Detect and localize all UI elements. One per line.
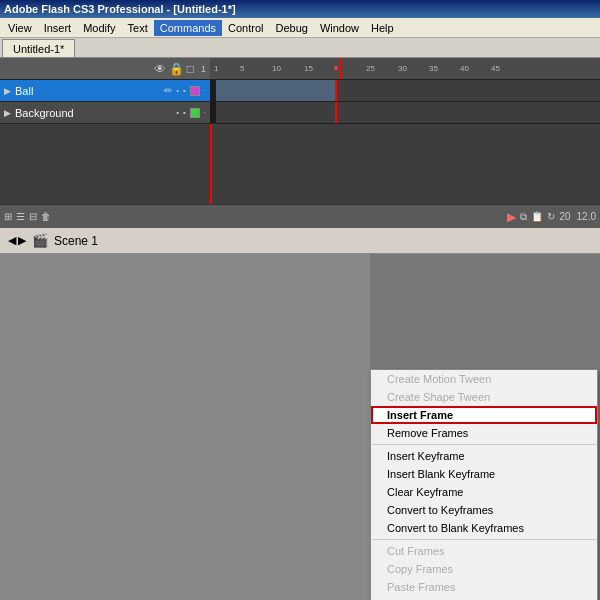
- toolbar-paste-icon: 📋: [531, 211, 543, 222]
- layer-bg-name: Background: [15, 107, 172, 119]
- menu-control[interactable]: Control: [222, 20, 269, 36]
- ruler-mark-30: 30: [398, 64, 407, 73]
- layer-ball-row: ▶ Ball ✏ • • ·: [0, 80, 600, 102]
- scene-nav-buttons: ◀ ▶: [8, 234, 26, 247]
- lock-icon: 🔒: [169, 62, 184, 76]
- ctx-copy-frames[interactable]: Copy Frames: [371, 560, 597, 578]
- ctx-insert-keyframe[interactable]: Insert Keyframe: [371, 447, 597, 465]
- bg-playhead: [335, 102, 337, 123]
- frame-dot: ·: [204, 86, 206, 95]
- bg-frame-dot: ·: [204, 108, 206, 117]
- ctx-paste-frames[interactable]: Paste Frames: [371, 578, 597, 596]
- bg-keyframe-start: [210, 102, 216, 123]
- timeline-ruler: 1 5 10 15 ▼ 25 30 35 40 45: [210, 58, 600, 79]
- toolbar-loop-icon: ↻: [547, 211, 555, 222]
- timeline-playhead-empty: [210, 124, 212, 204]
- layer-bg-icon: ▶: [4, 108, 11, 118]
- menu-debug[interactable]: Debug: [269, 20, 313, 36]
- ball-frame-fill: [210, 80, 335, 101]
- timeline-area: 👁 🔒 □ 1 1 5 10 15 ▼ 25 30 35 40 45: [0, 58, 600, 228]
- ruler-mark-25: 25: [366, 64, 375, 73]
- timeline-header: 👁 🔒 □ 1 1 5 10 15 ▼ 25 30 35 40 45: [0, 58, 600, 80]
- forward-icon[interactable]: ▶: [18, 234, 26, 247]
- ruler-mark-5: 5: [240, 64, 244, 73]
- scene-icon: 🎬: [32, 233, 48, 248]
- ruler-mark-45: 45: [491, 64, 500, 73]
- menu-text[interactable]: Text: [122, 20, 154, 36]
- menu-bar: View Insert Modify Text Commands Control…: [0, 18, 600, 38]
- ctx-create-shape-tween[interactable]: Create Shape Tween: [371, 388, 597, 406]
- ctx-insert-frame[interactable]: Insert Frame: [371, 406, 597, 424]
- toolbar-icon4: 🗑: [41, 211, 51, 222]
- layer-background-row: ▶ Background • • ·: [0, 102, 600, 124]
- ruler-mark-35: 35: [429, 64, 438, 73]
- ruler-mark-1: 1: [214, 64, 218, 73]
- menu-window[interactable]: Window: [314, 20, 365, 36]
- ctx-create-motion-tween[interactable]: Create Motion Tween: [371, 370, 597, 388]
- ruler-mark-40: 40: [460, 64, 469, 73]
- tab-untitled[interactable]: Untitled-1*: [2, 39, 75, 57]
- title-label: Adobe Flash CS3 Professional - [Untitled…: [4, 3, 236, 15]
- frame-num: 1: [201, 64, 206, 74]
- ctx-convert-blank-keyframes[interactable]: Convert to Blank Keyframes: [371, 519, 597, 537]
- menu-commands[interactable]: Commands: [154, 20, 222, 36]
- tab-label: Untitled-1*: [13, 43, 64, 55]
- ctx-clear-keyframe[interactable]: Clear Keyframe: [371, 483, 597, 501]
- bg-color-box: [190, 108, 200, 118]
- context-menu: Create Motion Tween Create Shape Tween I…: [370, 369, 598, 600]
- main-content: 👁 🔒 □ 1 1 5 10 15 ▼ 25 30 35 40 45: [0, 58, 600, 600]
- ruler-mark-10: 10: [272, 64, 281, 73]
- dot-icon2: •: [183, 86, 186, 95]
- ball-color-box: [190, 86, 200, 96]
- dot-icon: •: [176, 86, 179, 95]
- canvas-panel: [0, 254, 370, 600]
- scene-label: Scene 1: [54, 234, 98, 248]
- back-icon[interactable]: ◀: [8, 234, 16, 247]
- title-bar: Adobe Flash CS3 Professional - [Untitled…: [0, 0, 600, 18]
- dot1-icon: •: [176, 108, 179, 117]
- toolbar-icon3: ⊟: [29, 211, 37, 222]
- layer-ball-label[interactable]: ▶ Ball ✏ • • ·: [0, 80, 210, 101]
- ball-playhead: [335, 80, 337, 101]
- pencil-icon: ✏: [164, 85, 172, 96]
- frame-display: 20: [559, 211, 570, 222]
- ctx-remove-frames[interactable]: Remove Frames: [371, 424, 597, 442]
- playhead-indicator: [339, 58, 341, 79]
- fps-display: 12.0: [577, 211, 596, 222]
- menu-insert[interactable]: Insert: [38, 20, 78, 36]
- ctx-cut-frames[interactable]: Cut Frames: [371, 542, 597, 560]
- ctx-sep1: [371, 444, 597, 445]
- toolbar-copy-icon: ⧉: [520, 211, 527, 223]
- ctx-insert-blank-keyframe[interactable]: Insert Blank Keyframe: [371, 465, 597, 483]
- eye-icon: 👁: [154, 62, 166, 76]
- toolbar-icon1: ⊞: [4, 211, 12, 222]
- menu-modify[interactable]: Modify: [77, 20, 121, 36]
- scene-bar: ◀ ▶ 🎬 Scene 1: [0, 228, 600, 254]
- square-icon: □: [187, 62, 194, 76]
- layer-ball-name: Ball: [15, 85, 160, 97]
- ruler-mark-15: 15: [304, 64, 313, 73]
- dot2-icon: •: [183, 108, 186, 117]
- layer-bg-label[interactable]: ▶ Background • • ·: [0, 102, 210, 123]
- timeline-toolbar: ⊞ ☰ ⊟ 🗑 ▶ ⧉ 📋 ↻ 20 12.0: [0, 204, 600, 228]
- ctx-clear-frames[interactable]: Clear Frames: [371, 596, 597, 600]
- ball-keyframe-start: [210, 80, 216, 101]
- bg-frames[interactable]: [210, 102, 600, 123]
- menu-view[interactable]: View: [2, 20, 38, 36]
- timeline-empty: [0, 124, 600, 204]
- ctx-convert-keyframes[interactable]: Convert to Keyframes: [371, 501, 597, 519]
- toolbar-icon2: ☰: [16, 211, 25, 222]
- timeline-layer-controls: 👁 🔒 □ 1: [0, 62, 210, 76]
- ctx-sep2: [371, 539, 597, 540]
- playback-icon: ▶: [507, 210, 516, 224]
- menu-help[interactable]: Help: [365, 20, 400, 36]
- tab-bar: Untitled-1*: [0, 38, 600, 58]
- layer-ball-icon: ▶: [4, 86, 11, 96]
- ball-frames[interactable]: [210, 80, 600, 101]
- bottom-canvas-area: Create Motion Tween Create Shape Tween I…: [0, 254, 600, 600]
